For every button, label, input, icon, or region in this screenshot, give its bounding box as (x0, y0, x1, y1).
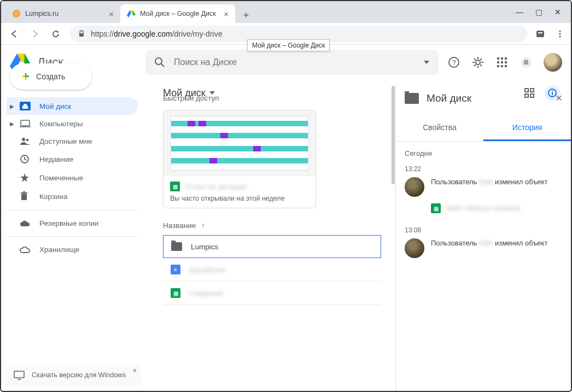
clock-icon (20, 154, 31, 164)
tab-history[interactable]: История (483, 115, 571, 141)
svg-point-10 (559, 33, 561, 34)
search-input[interactable] (174, 57, 415, 67)
sidebar-item-starred[interactable]: Помеченные (7, 168, 138, 187)
history-file[interactable]: ▦ Файл таблицы название (431, 203, 562, 213)
lock-icon (78, 30, 85, 38)
history-text: Пользователь Имя изменил объект (431, 177, 547, 197)
svg-rect-40 (501, 65, 503, 67)
svg-point-54 (22, 138, 25, 141)
svg-rect-41 (505, 65, 507, 67)
svg-line-31 (474, 65, 476, 66)
trash-icon (20, 191, 31, 201)
svg-point-55 (26, 139, 28, 141)
svg-marker-5 (57, 31, 59, 33)
search-icon (154, 57, 165, 68)
search-box[interactable] (145, 50, 439, 75)
docs-icon: ≡ (171, 265, 180, 274)
svg-rect-7 (536, 31, 544, 37)
help-icon[interactable]: ? (447, 56, 460, 69)
chrome-menu-icon[interactable] (556, 30, 564, 38)
sidebar-item-backups[interactable]: Резервные копии (7, 215, 138, 232)
scrollbar[interactable] (392, 86, 395, 184)
svg-text:?: ? (452, 58, 456, 67)
column-label: Название (163, 221, 196, 230)
window-maximize-icon[interactable]: ▢ (535, 8, 542, 16)
create-button[interactable]: + Создать (10, 63, 92, 90)
file-row-sheet[interactable]: ▦ Сведения (163, 282, 381, 305)
window-minimize-icon[interactable]: — (516, 8, 523, 16)
sidebar-item-my-drive[interactable]: ▶ Мой диск (7, 97, 138, 115)
quick-access-card[interactable]: ▦ Отчет по авторам Вы часто открывали на… (163, 110, 316, 208)
caret-right-icon: ▶ (10, 103, 14, 109)
tab-properties[interactable]: Свойства (396, 115, 483, 141)
history-item: 13:08 Пользователь Имя изменил объект (405, 226, 562, 258)
nav-forward-button[interactable] (28, 27, 42, 40)
sidebar-label: Доступные мне (39, 137, 92, 145)
svg-rect-37 (501, 61, 503, 63)
browser-tab-lumpics[interactable]: Lumpics.ru × (5, 4, 120, 23)
sort-arrow-up-icon: ↑ (201, 221, 205, 230)
svg-rect-35 (505, 57, 507, 60)
browser-tab-drive[interactable]: Мой диск – Google Диск × (120, 4, 235, 23)
nav-reload-button[interactable] (49, 27, 62, 40)
tab-tooltip: Мой диск – Google Диск (247, 39, 330, 51)
account-avatar[interactable] (544, 53, 562, 72)
drive-icon (20, 102, 31, 110)
close-icon[interactable]: × (133, 367, 137, 375)
separator (7, 236, 138, 237)
extension-icon[interactable] (535, 28, 546, 39)
svg-marker-3 (133, 10, 136, 15)
svg-marker-51 (22, 104, 28, 109)
sidebar-item-shared[interactable]: Доступные мне (7, 132, 138, 150)
window-close-icon[interactable]: ✕ (555, 8, 561, 16)
main-content: Быстрый доступ ▦ Отчет по авторам Вы час… (143, 84, 396, 391)
favicon-lumpics (12, 9, 21, 18)
tab-title: Мой диск – Google Диск (140, 10, 216, 17)
sidebar-item-trash[interactable]: Корзина (7, 187, 138, 206)
sidebar-item-computers[interactable]: ▶ Компьютеры (7, 115, 138, 132)
file-name: Отчет по авторам (185, 183, 247, 191)
create-label: Создать (36, 72, 65, 81)
notifications-icon[interactable] (520, 56, 533, 69)
search-options-icon[interactable] (423, 59, 430, 66)
panel-title: Мой диск (427, 92, 471, 104)
sheets-icon: ▦ (431, 203, 441, 213)
quick-access-title: Быстрый доступ (163, 94, 381, 102)
sidebar-label: Компьютеры (39, 120, 83, 128)
history-item: 13:22 Пользователь Имя изменил объект ▦ … (405, 165, 562, 213)
tab-close-icon[interactable]: × (224, 9, 229, 19)
file-name: Файл таблицы название (446, 204, 520, 212)
svg-rect-34 (501, 57, 503, 60)
svg-rect-60 (23, 191, 25, 192)
svg-rect-38 (505, 61, 507, 63)
monitor-icon (13, 370, 25, 380)
sidebar-item-recent[interactable]: Недавние (7, 150, 138, 168)
close-panel-icon[interactable]: × (556, 92, 562, 104)
svg-line-20 (161, 64, 164, 67)
svg-point-11 (559, 36, 561, 37)
sidebar-label: Помеченные (39, 174, 83, 182)
caret-right-icon: ▶ (10, 121, 14, 127)
file-row-folder-lumpics[interactable]: Lumpics (163, 235, 381, 258)
computer-icon (20, 119, 31, 128)
sidebar-item-storage[interactable]: Хранилище (7, 241, 138, 258)
nav-back-button[interactable] (8, 27, 21, 40)
gear-icon[interactable] (471, 56, 485, 69)
tabs-row: Lumpics.ru × Мой диск – Google Диск × + (5, 1, 516, 23)
svg-rect-59 (21, 192, 27, 194)
download-banner[interactable]: Скачать версию для Windows × (7, 365, 141, 385)
user-avatar (405, 238, 424, 258)
new-tab-button[interactable]: + (238, 8, 254, 23)
svg-line-30 (480, 65, 482, 66)
file-row-doc[interactable]: ≡ Доработки (163, 258, 381, 282)
sidebar: + Создать ▶ Мой диск ▶ Компьютеры Доступ… (1, 58, 143, 391)
user-avatar (405, 177, 424, 197)
svg-point-19 (155, 58, 162, 65)
history-day-label: Сегодня (405, 149, 562, 157)
apps-grid-icon[interactable] (495, 56, 509, 69)
column-header-name[interactable]: Название ↑ (163, 221, 381, 230)
cloud-icon (20, 220, 31, 227)
tab-close-icon[interactable]: × (109, 9, 114, 19)
url-text: https://drive.google.com/drive/my-drive (91, 30, 222, 38)
svg-rect-58 (21, 194, 27, 200)
